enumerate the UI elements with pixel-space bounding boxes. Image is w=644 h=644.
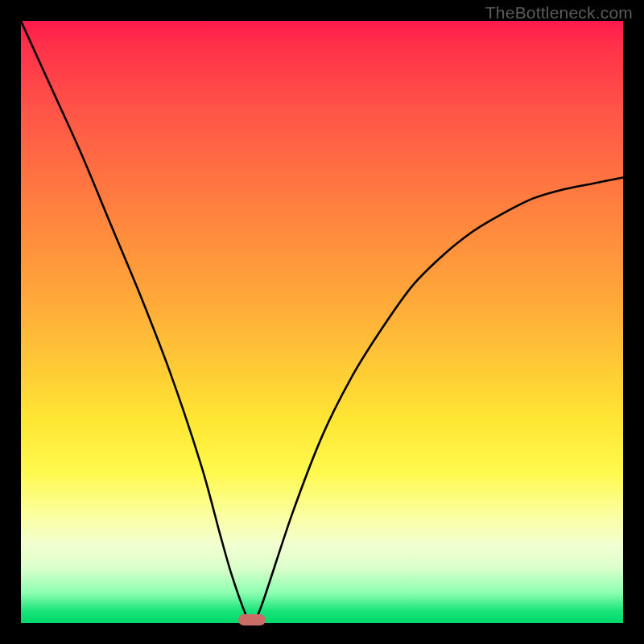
chart-frame: TheBottleneck.com <box>0 0 644 644</box>
minimum-marker <box>238 614 266 625</box>
watermark-text: TheBottleneck.com <box>485 3 633 23</box>
bottleneck-curve <box>21 21 623 623</box>
plot-area <box>21 21 623 623</box>
